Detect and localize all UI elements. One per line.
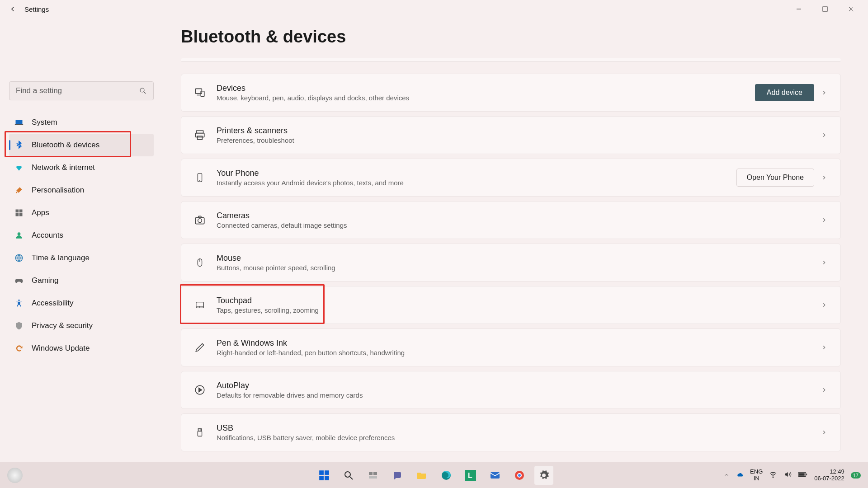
card-touchpad[interactable]: TouchpadTaps, gestures, scrolling, zoomi… xyxy=(181,286,841,324)
card-subtitle: Connected cameras, default image setting… xyxy=(217,221,814,229)
taskbar-system-tray: ENG IN 12:49 06-07-2022 17 xyxy=(724,469,868,482)
accessibility-icon xyxy=(12,298,26,309)
sidebar-item-network[interactable]: Network & internet xyxy=(9,156,154,179)
svg-rect-4 xyxy=(16,120,23,124)
taskbar-weather-icon[interactable] xyxy=(7,468,23,483)
search-box[interactable] xyxy=(9,81,154,100)
taskbar: L ENG IN 12:49 06-07-2022 17 xyxy=(0,462,868,488)
sidebar-item-label: Privacy & security xyxy=(32,321,93,330)
tray-clock[interactable]: 12:49 06-07-2022 xyxy=(814,469,844,482)
taskbar-edge-icon[interactable] xyxy=(437,466,456,485)
card-subtitle: Preferences, troubleshoot xyxy=(217,136,814,144)
autoplay-icon xyxy=(191,381,208,399)
phone-button[interactable]: Open Your Phone xyxy=(736,169,814,187)
svg-rect-51 xyxy=(799,473,805,476)
tray-language[interactable]: ENG IN xyxy=(750,469,763,482)
chevron-right-icon xyxy=(818,132,830,138)
devices-button[interactable]: Add device xyxy=(755,84,814,101)
chevron-right-icon xyxy=(818,174,830,181)
sidebar-item-label: Windows Update xyxy=(32,344,90,353)
taskbar-settings-icon[interactable] xyxy=(534,466,553,485)
card-title: Devices xyxy=(217,84,749,93)
card-phone[interactable]: Your PhoneInstantly access your Android … xyxy=(181,159,841,197)
card-pen[interactable]: Pen & Windows InkRight-handed or left-ha… xyxy=(181,328,841,366)
card-usb[interactable]: USBNotifications, USB battery saver, mob… xyxy=(181,413,841,451)
svg-point-2 xyxy=(140,88,144,92)
sidebar-item-accessibility[interactable]: Accessibility xyxy=(9,292,154,314)
svg-rect-29 xyxy=(198,429,201,432)
svg-rect-45 xyxy=(491,472,500,479)
tray-notification-badge[interactable]: 17 xyxy=(851,472,861,479)
card-mouse[interactable]: MouseButtons, mouse pointer speed, scrol… xyxy=(181,244,841,282)
svg-text:L: L xyxy=(468,472,472,479)
chevron-right-icon xyxy=(818,259,830,266)
sidebar-item-label: Accessibility xyxy=(32,299,74,308)
sidebar-item-label: Bluetooth & devices xyxy=(32,141,99,150)
chevron-right-icon xyxy=(818,302,830,308)
taskbar-search-icon[interactable] xyxy=(339,466,358,485)
tray-time: 12:49 xyxy=(814,469,844,475)
card-printers[interactable]: Printers & scannersPreferences, troubles… xyxy=(181,116,841,154)
sidebar-item-bluetooth[interactable]: Bluetooth & devices xyxy=(9,134,154,156)
globe-icon xyxy=(12,253,26,263)
sidebar-item-time[interactable]: Time & language xyxy=(9,247,154,269)
start-button[interactable] xyxy=(315,466,334,485)
svg-point-12 xyxy=(18,300,19,301)
svg-point-22 xyxy=(198,219,202,223)
tray-battery-icon[interactable] xyxy=(798,471,808,479)
svg-rect-9 xyxy=(19,213,23,216)
card-cameras[interactable]: CamerasConnected cameras, default image … xyxy=(181,201,841,239)
svg-point-49 xyxy=(773,477,774,478)
taskbar-taskview-icon[interactable] xyxy=(363,466,382,485)
card-subtitle: Right-handed or left-handed, pen button … xyxy=(217,349,814,357)
tray-volume-icon[interactable] xyxy=(783,470,792,480)
maximize-button[interactable] xyxy=(812,0,838,18)
usb-icon xyxy=(191,424,208,441)
card-subtitle: Notifications, USB battery saver, mobile… xyxy=(217,434,814,441)
sync-icon xyxy=(12,343,26,354)
sidebar-item-accounts[interactable]: Accounts xyxy=(9,224,154,247)
tray-onedrive-icon[interactable] xyxy=(736,470,744,480)
sidebar-item-gaming[interactable]: Gaming xyxy=(9,269,154,292)
window-controls xyxy=(786,0,864,18)
gamepad-icon xyxy=(12,275,26,286)
svg-rect-17 xyxy=(195,133,204,137)
svg-rect-33 xyxy=(319,470,324,475)
svg-rect-8 xyxy=(16,213,19,216)
taskbar-center: L xyxy=(315,466,553,485)
svg-line-3 xyxy=(144,92,146,94)
card-title: USB xyxy=(217,423,814,433)
devices-icon xyxy=(191,84,208,101)
tray-chevron-icon[interactable] xyxy=(724,472,729,479)
back-button[interactable] xyxy=(4,0,22,18)
card-devices[interactable]: DevicesMouse, keyboard, pen, audio, disp… xyxy=(181,74,841,112)
tray-wifi-icon[interactable] xyxy=(769,470,777,480)
pen-icon xyxy=(191,339,208,356)
card-title: Mouse xyxy=(217,253,814,263)
taskbar-explorer-icon[interactable] xyxy=(412,466,431,485)
sidebar-item-privacy[interactable]: Privacy & security xyxy=(9,314,154,337)
sidebar-item-apps[interactable]: Apps xyxy=(9,202,154,224)
svg-rect-36 xyxy=(325,476,329,480)
taskbar-chrome-icon[interactable] xyxy=(510,466,529,485)
taskbar-mail-icon[interactable] xyxy=(486,466,505,485)
touchpad-icon xyxy=(191,296,208,314)
phone-icon xyxy=(191,169,208,186)
chevron-right-icon xyxy=(818,344,830,351)
taskbar-chat-icon[interactable] xyxy=(388,466,407,485)
svg-rect-34 xyxy=(325,470,329,475)
sidebar-item-personalisation[interactable]: Personalisation xyxy=(9,179,154,202)
svg-rect-30 xyxy=(198,431,202,436)
card-autoplay[interactable]: AutoPlayDefaults for removable drives an… xyxy=(181,371,841,409)
sidebar-item-update[interactable]: Windows Update xyxy=(9,337,154,360)
sidebar-item-system[interactable]: System xyxy=(9,111,154,134)
tray-date: 06-07-2022 xyxy=(814,475,844,482)
taskbar-app-l-icon[interactable]: L xyxy=(461,466,480,485)
shield-icon xyxy=(12,320,26,331)
search-input[interactable] xyxy=(16,86,139,95)
svg-rect-35 xyxy=(319,476,324,480)
card-subtitle: Instantly access your Android device's p… xyxy=(217,179,730,187)
card-title: Cameras xyxy=(217,211,814,221)
close-button[interactable] xyxy=(838,0,864,18)
minimize-button[interactable] xyxy=(786,0,812,18)
